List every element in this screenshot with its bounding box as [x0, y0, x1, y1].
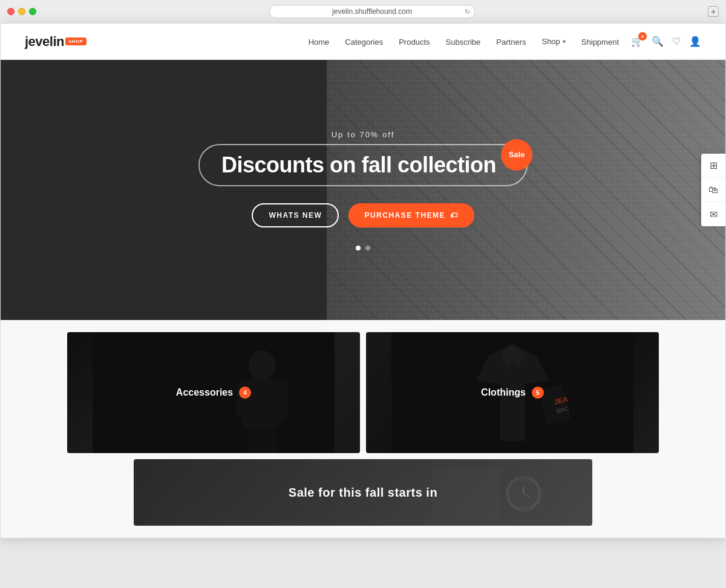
hero-dot-1[interactable] — [356, 246, 361, 250]
nav-links: Home Categories Products Subscribe Partn… — [309, 36, 619, 47]
categories-row: Accessories 4 JEA BRC — [67, 332, 659, 453]
heart-icon: ♡ — [672, 36, 681, 47]
hero-section: ⊞ 🛍 ✉ Up to 70% off Discounts on fall co… — [1, 60, 725, 320]
nav-partners[interactable]: Partners — [496, 38, 526, 47]
clothings-count: 5 — [532, 387, 544, 399]
fall-sale-text: Sale for this fall starts in — [289, 486, 437, 500]
minimize-button[interactable] — [18, 8, 25, 15]
maximize-button[interactable] — [29, 8, 36, 15]
tag-icon: 🏷 — [450, 211, 459, 220]
category-accessories[interactable]: Accessories 4 — [67, 332, 360, 453]
cart-badge: 0 — [638, 32, 647, 41]
search-icon: 🔍 — [652, 36, 664, 47]
bag-widget[interactable]: 🛍 — [701, 178, 725, 202]
reload-icon[interactable]: ↻ — [465, 8, 470, 16]
chevron-down-icon: ▾ — [563, 38, 566, 45]
bag-icon: 🛍 — [708, 185, 718, 195]
clothings-info: Clothings 5 — [481, 387, 544, 399]
mail-widget[interactable]: ✉ — [701, 202, 725, 226]
purchase-label: PURCHASE THEME — [364, 211, 445, 220]
nav-shop[interactable]: Shop ▾ — [541, 37, 565, 46]
logo[interactable]: jevelinSHOP — [25, 34, 87, 50]
layers-icon: ⊞ — [710, 160, 718, 171]
browser-titlebar: jevelin.shufflehound.com ↻ + — [0, 0, 726, 23]
nav-products[interactable]: Products — [399, 38, 430, 47]
nav-icons: 🛒 0 🔍 ♡ 👤 — [631, 36, 701, 47]
hero-subtitle: Up to 70% off — [198, 130, 528, 139]
fall-sale-section: Sale for this fall starts in — [134, 459, 592, 526]
purchase-theme-button[interactable]: PURCHASE THEME 🏷 — [348, 203, 474, 227]
hero-content: Up to 70% off Discounts on fall collecti… — [198, 130, 528, 250]
svg-rect-18 — [432, 468, 501, 519]
hero-dots — [198, 246, 528, 250]
search-button[interactable]: 🔍 — [652, 36, 664, 47]
envelope-icon: ✉ — [710, 209, 718, 220]
new-tab-button[interactable]: + — [708, 6, 719, 17]
layers-widget[interactable]: ⊞ — [701, 154, 725, 178]
user-button[interactable]: 👤 — [689, 36, 701, 47]
nav-shop-link[interactable]: Shop — [541, 37, 560, 46]
whats-new-button[interactable]: WHATS NEW — [252, 203, 339, 227]
logo-text: jevelin — [25, 34, 64, 50]
svg-rect-15 — [518, 506, 529, 511]
navbar: jevelinSHOP Home Categories Products Sub… — [1, 24, 725, 60]
categories-section: Accessories 4 JEA BRC — [1, 320, 725, 538]
cart-button[interactable]: 🛒 0 — [631, 36, 643, 47]
category-clothings[interactable]: JEA BRC Clothings 5 — [366, 332, 659, 453]
hero-title-wrapper: Discounts on fall collection Sale — [198, 144, 528, 186]
address-bar: jevelin.shufflehound.com ↻ — [52, 5, 692, 18]
nav-subscribe[interactable]: Subscribe — [446, 38, 481, 47]
nav-home[interactable]: Home — [309, 38, 330, 47]
sale-badge: Sale — [501, 139, 532, 171]
hero-buttons: WHATS NEW PURCHASE THEME 🏷 — [198, 203, 528, 227]
wishlist-button[interactable]: ♡ — [672, 36, 681, 47]
side-widgets: ⊞ 🛍 ✉ — [701, 154, 725, 226]
close-button[interactable] — [7, 8, 15, 15]
logo-badge: SHOP — [65, 38, 87, 45]
nav-categories[interactable]: Categories — [345, 38, 383, 47]
svg-rect-14 — [518, 476, 529, 481]
clothings-name: Clothings — [481, 387, 526, 398]
user-icon: 👤 — [689, 36, 701, 47]
nav-shippment[interactable]: Shippment — [581, 38, 619, 47]
hero-title-border: Discounts on fall collection — [198, 144, 528, 186]
browser-chrome: jevelin.shufflehound.com ↻ + — [0, 0, 726, 23]
accessories-count: 4 — [239, 387, 251, 399]
url-input[interactable]: jevelin.shufflehound.com — [269, 5, 475, 18]
website-content: jevelinSHOP Home Categories Products Sub… — [0, 23, 726, 538]
hero-title: Discounts on fall collection — [221, 152, 496, 178]
accessories-name: Accessories — [176, 387, 233, 398]
accessories-info: Accessories 4 — [176, 387, 251, 399]
hero-dot-2[interactable] — [365, 246, 370, 250]
